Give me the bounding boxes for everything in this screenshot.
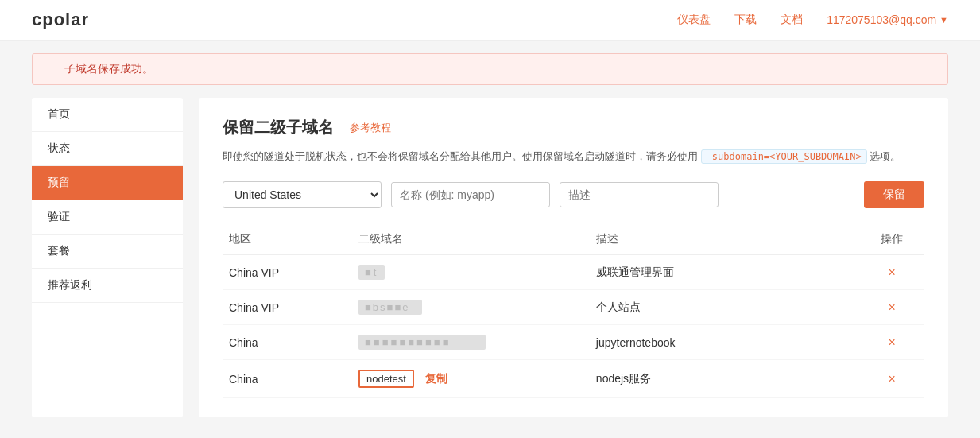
delete-button[interactable]: × (889, 266, 896, 279)
nav-download[interactable]: 下载 (734, 13, 757, 27)
page-desc: 即使您的隧道处于脱机状态，也不会将保留域名分配给其他用户。使用保留域名启动隧道时… (223, 148, 924, 165)
ref-link[interactable]: 参考教程 (350, 121, 391, 135)
col-header-subdomain: 二级域名 (352, 224, 590, 255)
subdomain-value: ■■■■■■■■■■ (358, 335, 486, 350)
table-header-row: 地区 二级域名 描述 操作 (223, 224, 924, 255)
form-row: United States China China VIP 保留 (223, 181, 924, 208)
sidebar-item-reserve[interactable]: 预留 (32, 166, 183, 200)
sidebar-item-home[interactable]: 首页 (32, 98, 183, 132)
cell-subdomain: nodetest 复制 (352, 360, 590, 398)
subdomain-table: 地区 二级域名 描述 操作 China VIP ■t 威联通管理界面 × (223, 224, 924, 398)
desc-part1: 即使您的隧道处于脱机状态，也不会将保留域名分配给其他用户。使用保留域名启动隧道时… (223, 150, 698, 162)
sidebar-home-label: 首页 (48, 107, 70, 120)
sidebar-status-label: 状态 (48, 141, 70, 154)
nav-links: 仪表盘 下载 文档 1172075103@qq.com ▼ (677, 13, 948, 27)
subdomain-code: -subdomain=<YOUR_SUBDOMAIN> (701, 149, 867, 164)
sidebar-verify-label: 验证 (48, 210, 70, 223)
delete-button[interactable]: × (889, 372, 896, 386)
chevron-down-icon: ▼ (939, 15, 948, 25)
top-navbar: cpolar 仪表盘 下载 文档 1172075103@qq.com ▼ (0, 0, 980, 41)
cell-action: × (859, 360, 924, 398)
table-row: China VIP ■bs■■e 个人站点 × (223, 290, 924, 325)
table-row: China nodetest 复制 nodejs服务 × (223, 360, 924, 398)
nav-docs[interactable]: 文档 (781, 13, 803, 27)
page-header: 保留二级子域名 参考教程 (223, 117, 924, 138)
cell-action: × (859, 290, 924, 325)
sidebar-item-plans[interactable]: 套餐 (32, 235, 183, 269)
subdomain-value: ■t (358, 265, 385, 280)
name-input[interactable] (391, 182, 550, 207)
success-message: 子域名保存成功。 (64, 62, 153, 75)
cell-region: China (223, 325, 352, 360)
page-title: 保留二级子域名 (223, 117, 334, 138)
cell-desc: 个人站点 (590, 290, 860, 325)
table-row: China VIP ■t 威联通管理界面 × (223, 255, 924, 290)
cell-action: × (859, 325, 924, 360)
nav-user-email: 1172075103@qq.com (827, 14, 936, 26)
region-select[interactable]: United States China China VIP (223, 181, 382, 208)
col-header-desc: 描述 (590, 224, 860, 255)
content-area: 保留二级子域名 参考教程 即使您的隧道处于脱机状态，也不会将保留域名分配给其他用… (199, 98, 948, 417)
copy-button[interactable]: 复制 (425, 372, 447, 386)
desc-part2: 选项。 (870, 150, 901, 162)
sidebar-plans-label: 套餐 (48, 244, 70, 257)
col-header-action: 操作 (859, 224, 924, 255)
delete-button[interactable]: × (889, 300, 896, 314)
nav-user[interactable]: 1172075103@qq.com ▼ (827, 14, 948, 26)
success-banner: 子域名保存成功。 (32, 53, 948, 85)
save-button[interactable]: 保留 (864, 181, 924, 208)
cell-region: China VIP (223, 255, 352, 290)
table-row: China ■■■■■■■■■■ jupyternotebook × (223, 325, 924, 360)
cell-desc: 威联通管理界面 (590, 255, 860, 290)
sidebar-reserve-label: 预留 (48, 176, 70, 188)
sidebar-item-status[interactable]: 状态 (32, 132, 183, 166)
subdomain-value-highlighted: nodetest (358, 370, 414, 388)
desc-input[interactable] (560, 182, 719, 207)
cell-subdomain: ■■■■■■■■■■ (352, 325, 590, 360)
nav-dashboard[interactable]: 仪表盘 (677, 13, 711, 27)
cell-desc: jupyternotebook (590, 325, 860, 360)
cell-subdomain: ■bs■■e (352, 290, 590, 325)
sidebar-referral-label: 推荐返利 (48, 278, 92, 291)
cell-desc: nodejs服务 (590, 360, 860, 398)
cell-subdomain: ■t (352, 255, 590, 290)
subdomain-value: ■bs■■e (358, 300, 422, 315)
sidebar-item-verify[interactable]: 验证 (32, 200, 183, 235)
main-content: 首页 状态 预留 验证 套餐 推荐返利 保留二级子域名 参考教程 即使您的隧道处… (32, 98, 948, 417)
cell-action: × (859, 255, 924, 290)
sidebar: 首页 状态 预留 验证 套餐 推荐返利 (32, 98, 183, 417)
delete-button[interactable]: × (889, 335, 896, 349)
cell-region: China VIP (223, 290, 352, 325)
sidebar-item-referral[interactable]: 推荐返利 (32, 269, 183, 303)
logo: cpolar (32, 10, 89, 30)
cell-region: China (223, 360, 352, 398)
col-header-region: 地区 (223, 224, 352, 255)
